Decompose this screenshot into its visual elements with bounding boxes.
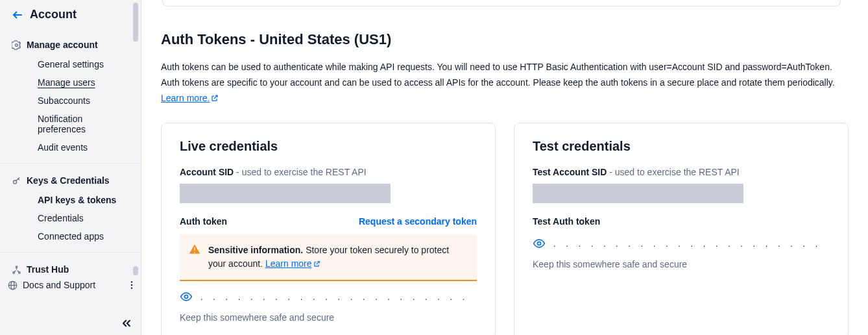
nav-connected-apps[interactable]: Connected apps (0, 227, 141, 245)
test-sid-value[interactable] (533, 184, 743, 203)
section-manage-account[interactable]: Manage account (0, 34, 141, 55)
test-sid-hint: - used to exercise the REST API (607, 167, 739, 177)
svg-point-10 (131, 287, 132, 288)
svg-point-1 (16, 43, 18, 46)
svg-point-2 (14, 180, 17, 183)
kebab-menu-icon[interactable] (127, 280, 137, 290)
nav-general-settings[interactable]: General settings (0, 55, 141, 73)
auth-token-masked: . . . . . . . . . . . . . . . . . . . . … (200, 292, 468, 302)
section-keys-credentials[interactable]: Keys & Credentials (0, 170, 141, 191)
test-auth-token-masked: . . . . . . . . . . . . . . . . . . . . … (553, 239, 821, 249)
nav-audit-events[interactable]: Audit events (0, 138, 141, 156)
nav-api-keys-tokens[interactable]: API keys & tokens (0, 191, 141, 209)
live-credentials-card: Live credentials Account SID - used to e… (161, 123, 496, 335)
divider (0, 163, 141, 164)
key-icon (12, 176, 21, 186)
sensitive-info-alert: Sensitive information. Store your token … (180, 234, 477, 281)
nav-credentials[interactable]: Credentials (0, 209, 141, 227)
main-content: Auth Tokens - United States (US1) Auth t… (141, 0, 868, 335)
section-title-keys: Keys & Credentials (27, 175, 110, 186)
page-description: Auth tokens can be used to authenticate … (161, 60, 842, 106)
gear-icon (12, 40, 21, 50)
live-hint: Keep this somewhere safe and secure (180, 312, 477, 323)
nav-manage-users[interactable]: Manage users (0, 73, 141, 92)
test-auth-token-label: Test Auth token (533, 216, 600, 227)
collapse-sidebar-icon[interactable] (120, 317, 133, 330)
globe-icon (8, 280, 18, 290)
test-sid-label-row: Test Account SID - used to exercise the … (533, 167, 830, 177)
svg-point-8 (131, 281, 132, 282)
alert-strong: Sensitive information. (208, 245, 303, 255)
sidebar-back-label: Account (30, 8, 77, 21)
account-sid-label: Account SID (180, 167, 234, 177)
reveal-test-token-icon[interactable] (533, 237, 546, 250)
scrollbar-thumb-lower[interactable] (133, 266, 138, 275)
nav-notification-preferences[interactable]: Notification preferences (0, 110, 141, 138)
svg-point-12 (538, 242, 541, 245)
alert-learn-more-link[interactable]: Learn more (265, 258, 320, 269)
request-secondary-token-link[interactable]: Request a secondary token (359, 216, 477, 227)
page-title: Auth Tokens - United States (US1) (161, 31, 849, 48)
section-title-manage: Manage account (27, 40, 98, 50)
external-link-icon (313, 260, 320, 267)
scrollbar-thumb[interactable] (133, 3, 138, 42)
nav-docs-support[interactable]: Docs and Support (23, 280, 95, 290)
arrow-left-icon (12, 9, 23, 21)
test-hint: Keep this somewhere safe and secure (533, 259, 830, 269)
test-title: Test credentials (533, 139, 830, 154)
live-title: Live credentials (180, 139, 477, 154)
previous-card-edge (162, 0, 841, 6)
divider (0, 252, 141, 253)
section-title-trust: Trust Hub (27, 264, 69, 275)
nav-subaccounts[interactable]: Subaccounts (0, 92, 141, 110)
svg-point-11 (185, 295, 188, 299)
sidebar-back[interactable]: Account (0, 0, 141, 31)
account-sid-value[interactable] (180, 184, 391, 203)
account-sid-hint: - used to exercise the REST API (234, 167, 366, 177)
test-credentials-card: Test credentials Test Account SID - used… (514, 123, 849, 335)
reveal-token-icon[interactable] (180, 290, 193, 303)
sidebar: Account Manage account General settings … (0, 0, 141, 335)
network-icon (12, 265, 21, 275)
test-sid-label: Test Account SID (533, 167, 607, 177)
external-link-icon (211, 94, 219, 102)
warning-icon (189, 243, 200, 255)
account-sid-label-row: Account SID - used to exercise the REST … (180, 167, 477, 177)
svg-point-9 (131, 284, 132, 286)
section-trust-hub[interactable]: Trust Hub (0, 259, 141, 276)
learn-more-link[interactable]: Learn more. (161, 93, 219, 103)
svg-point-3 (16, 266, 18, 267)
auth-token-label: Auth token (180, 216, 227, 227)
